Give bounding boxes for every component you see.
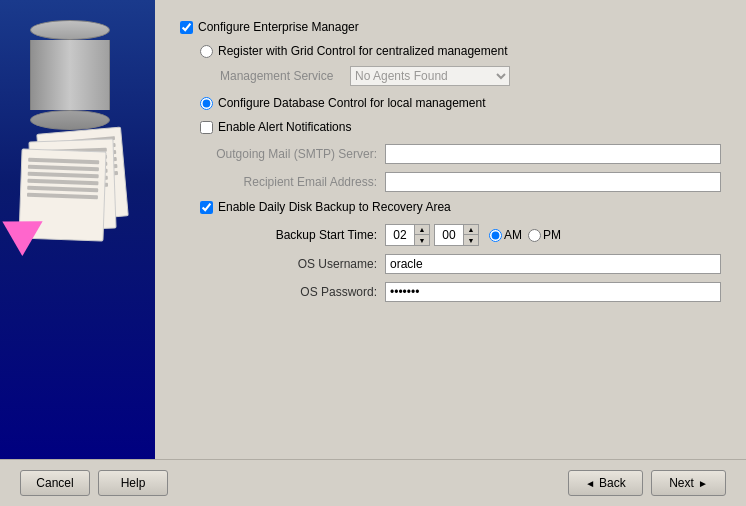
am-pm-group: AM PM (489, 228, 561, 242)
form-section: Configure Enterprise Manager Register wi… (180, 20, 721, 444)
next-button[interactable]: Next ► (651, 470, 726, 496)
minute-up-button[interactable]: ▲ (464, 225, 478, 235)
bottom-bar: Cancel Help ◄ Back Next ► (0, 459, 746, 506)
backup-time-row: Backup Start Time: ▲ ▼ ▲ ▼ (200, 224, 721, 246)
os-username-label: OS Username: (200, 257, 385, 271)
minute-down-button[interactable]: ▼ (464, 235, 478, 245)
help-button[interactable]: Help (98, 470, 168, 496)
register-grid-label: Register with Grid Control for centraliz… (218, 44, 507, 58)
os-password-label: OS Password: (200, 285, 385, 299)
management-service-row: Management Service No Agents Found (220, 66, 721, 86)
panel-art (0, 0, 155, 459)
am-label: AM (489, 228, 522, 242)
am-radio[interactable] (489, 229, 502, 242)
hour-spinner: ▲ ▼ (414, 225, 429, 245)
os-password-input[interactable] (385, 282, 721, 302)
management-service-select[interactable]: No Agents Found (350, 66, 510, 86)
backup-start-label: Backup Start Time: (200, 228, 385, 242)
configure-em-checkbox[interactable] (180, 21, 193, 34)
back-arrow-icon: ◄ (585, 478, 595, 489)
bottom-right-buttons: ◄ Back Next ► (568, 470, 726, 496)
enable-alert-row: Enable Alert Notifications (200, 120, 721, 134)
outgoing-mail-input[interactable] (385, 144, 721, 164)
back-button[interactable]: ◄ Back (568, 470, 643, 496)
backup-minute-input[interactable] (435, 225, 463, 245)
register-grid-row: Register with Grid Control for centraliz… (200, 44, 721, 58)
next-arrow-icon: ► (698, 478, 708, 489)
enable-backup-checkbox[interactable] (200, 201, 213, 214)
hour-down-button[interactable]: ▼ (415, 235, 429, 245)
configure-db-row: Configure Database Control for local man… (200, 96, 721, 110)
database-icon (30, 20, 110, 120)
outgoing-mail-row: Outgoing Mail (SMTP) Server: (200, 144, 721, 164)
os-password-row: OS Password: (200, 282, 721, 302)
minute-box: ▲ ▼ (434, 224, 479, 246)
hour-up-button[interactable]: ▲ (415, 225, 429, 235)
recipient-email-label: Recipient Email Address: (200, 175, 385, 189)
pm-radio[interactable] (528, 229, 541, 242)
enable-alert-label: Enable Alert Notifications (218, 120, 351, 134)
os-username-row: OS Username: (200, 254, 721, 274)
left-panel (0, 0, 155, 459)
configure-em-row: Configure Enterprise Manager (180, 20, 721, 34)
pm-label: PM (528, 228, 561, 242)
recipient-email-row: Recipient Email Address: (200, 172, 721, 192)
time-controls: ▲ ▼ ▲ ▼ AM (385, 224, 561, 246)
configure-db-label: Configure Database Control for local man… (218, 96, 485, 110)
bottom-left-buttons: Cancel Help (20, 470, 168, 496)
configure-db-radio[interactable] (200, 97, 213, 110)
outgoing-mail-label: Outgoing Mail (SMTP) Server: (200, 147, 385, 161)
management-service-label: Management Service (220, 69, 350, 83)
enable-backup-row: Enable Daily Disk Backup to Recovery Are… (200, 200, 721, 214)
main-container: Configure Enterprise Manager Register wi… (0, 0, 746, 459)
register-grid-radio[interactable] (200, 45, 213, 58)
configure-em-label: Configure Enterprise Manager (198, 20, 359, 34)
hour-box: ▲ ▼ (385, 224, 430, 246)
minute-spinner: ▲ ▼ (463, 225, 478, 245)
cancel-button[interactable]: Cancel (20, 470, 90, 496)
recipient-email-input[interactable] (385, 172, 721, 192)
enable-backup-label: Enable Daily Disk Backup to Recovery Are… (218, 200, 451, 214)
right-panel: Configure Enterprise Manager Register wi… (155, 0, 746, 459)
backup-hour-input[interactable] (386, 225, 414, 245)
os-username-input[interactable] (385, 254, 721, 274)
enable-alert-checkbox[interactable] (200, 121, 213, 134)
